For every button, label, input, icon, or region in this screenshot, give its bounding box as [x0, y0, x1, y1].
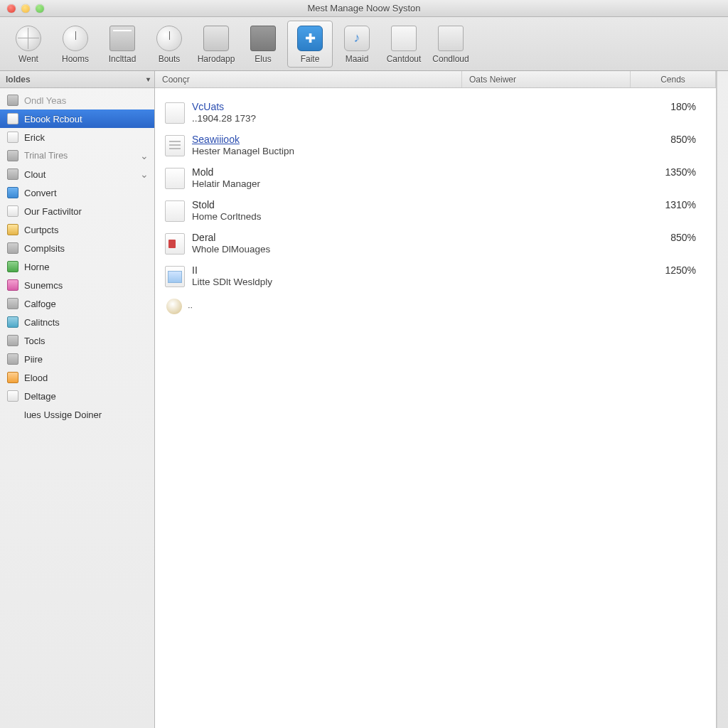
sidebar-item-icon — [7, 353, 18, 365]
cloud-icon — [437, 24, 465, 53]
sidebar-item[interactable]: Calitncts — [0, 313, 154, 331]
file-row[interactable]: IILitte SDlt Wesldply1250% — [165, 262, 716, 294]
toolbar-faite-button[interactable]: Faite — [287, 21, 333, 68]
sidebar-item[interactable]: Erick — [0, 128, 154, 146]
more-row[interactable]: ·· — [165, 294, 716, 314]
toolbar-cantdout-button[interactable]: Cantdout — [381, 21, 427, 67]
toolbar-went-button[interactable]: Went — [6, 21, 51, 67]
file-title: Seawiiiook — [192, 134, 638, 145]
sidebar-item[interactable]: Deltage — [0, 387, 154, 405]
folder-icon — [249, 24, 277, 53]
file-row[interactable]: DeralWhole DlMouages850% — [165, 229, 716, 262]
sidebar-item[interactable]: Trinal Tires⌄ — [0, 146, 154, 165]
sidebar-header[interactable]: loldes ▾ — [0, 71, 154, 88]
column-header-name[interactable]: Coonçr — [155, 71, 462, 87]
file-subtitle: Helatir Manager — [192, 178, 638, 189]
file-subtitle: Home Corltneds — [192, 211, 638, 222]
sidebar-item-label: Erick — [24, 132, 45, 143]
sidebar-item-icon — [7, 372, 18, 383]
toolbar-label: Faite — [301, 54, 320, 64]
sidebar-item-label: Curtpcts — [24, 225, 58, 235]
sidebar-header-label: loldes — [6, 75, 31, 85]
file-row[interactable]: StoldHome Corltneds1310% — [165, 196, 716, 229]
file-row[interactable]: VcUats..1904.28 173?180% — [165, 98, 716, 131]
file-row[interactable]: MoldHelatir Manager1350% — [165, 164, 716, 196]
sidebar-item-icon — [7, 205, 18, 217]
sidebar-item[interactable]: Clout⌄ — [0, 165, 154, 183]
disk-icon — [166, 299, 182, 314]
sidebar-item[interactable]: Sunemcs — [0, 276, 154, 294]
sidebar-item[interactable]: Ondl Yeas — [0, 91, 154, 109]
sidebar-item[interactable]: Calfoge — [0, 294, 154, 313]
sidebar-item-icon — [7, 150, 18, 161]
file-title: Mold — [192, 166, 638, 178]
toolbar-hooms-button[interactable]: Hooms — [53, 21, 98, 67]
file-subtitle: ..1904.28 173? — [192, 113, 638, 124]
sidebar-item[interactable]: Ebook Rcbout — [0, 109, 154, 128]
sidebar-item-icon — [7, 113, 18, 124]
sidebar-item-icon — [7, 261, 18, 272]
toolbar-label: Went — [18, 54, 38, 64]
column-headers: Coonçr Oats Neiwer Cends — [155, 71, 716, 88]
file-icon — [165, 200, 185, 222]
sidebar-item-icon — [7, 335, 18, 346]
toolbar-label: Maaid — [346, 54, 369, 64]
sidebar-item[interactable]: Convert — [0, 183, 154, 202]
sidebar-item-label: Sunemcs — [24, 280, 63, 291]
toolbar-condloud-button[interactable]: Condloud — [428, 21, 473, 67]
scrollbar[interactable] — [717, 71, 728, 728]
toolbar-maaid-button[interactable]: Maaid — [334, 21, 380, 67]
sidebar-item[interactable]: Elood — [0, 368, 154, 387]
file-percent: 1250% — [638, 264, 716, 276]
toolbar-label: Harodapp — [198, 54, 235, 64]
file-icon — [165, 102, 185, 124]
page-icon — [390, 24, 418, 53]
sidebar-item[interactable]: Horne — [0, 257, 154, 276]
music-icon — [343, 24, 371, 53]
clock-icon — [61, 24, 90, 53]
sidebar-item[interactable]: Complsits — [0, 239, 154, 257]
sidebar-item[interactable]: Curtpcts — [0, 220, 154, 239]
toolbar-label: Condloud — [432, 54, 469, 64]
sidebar-item-label: Horne — [24, 262, 49, 272]
zoom-window-button[interactable] — [36, 4, 44, 13]
column-header-end[interactable]: Cends — [631, 71, 716, 87]
toolbar-label: Bouts — [159, 54, 181, 64]
sidebar-item-icon — [7, 187, 18, 198]
globe-icon — [14, 24, 43, 53]
toolbar-elus-button[interactable]: Elus — [240, 21, 286, 67]
file-percent: 850% — [638, 134, 716, 145]
file-subtitle: Litte SDlt Wesldply — [192, 277, 638, 287]
sidebar-item-label: Ondl Yeas — [24, 95, 66, 106]
sidebar-item-icon — [7, 298, 18, 309]
sidebar-item-icon — [7, 242, 18, 254]
sidebar-item[interactable]: Piire — [0, 350, 154, 368]
chevron-down-icon: ⌄ — [140, 168, 149, 180]
file-subtitle: Whole DlMouages — [192, 244, 638, 255]
traffic-lights — [0, 4, 44, 13]
sidebar-item[interactable]: Our Factiviltor — [0, 202, 154, 220]
close-window-button[interactable] — [7, 4, 16, 13]
sidebar-item-label: Complsits — [24, 243, 65, 254]
file-icon — [165, 168, 185, 189]
file-list: VcUats..1904.28 173?180%SeawiiiookHester… — [155, 88, 716, 320]
sidebar-item[interactable]: lues Ussige Doiner — [0, 405, 154, 424]
sidebar: loldes ▾ Ondl YeasEbook RcboutErickTrina… — [0, 71, 155, 728]
sidebar-item-label: Convert — [24, 188, 57, 198]
sidebar-item-label: Calitncts — [24, 317, 60, 328]
toolbar-inclttad-button[interactable]: Inclttad — [100, 21, 145, 67]
chevron-down-icon: ▾ — [146, 75, 150, 83]
file-percent: 1310% — [638, 199, 716, 210]
toolbar-bouts-button[interactable]: Bouts — [146, 21, 192, 67]
toolbar-harodapp-button[interactable]: Harodapp — [193, 21, 239, 67]
file-subtitle: Hester Managel Buctipn — [192, 146, 638, 156]
sidebar-item-label: Calfoge — [24, 299, 56, 309]
toolbar-label: Inclttad — [109, 54, 136, 64]
minimize-window-button[interactable] — [21, 4, 30, 13]
column-header-mid[interactable]: Oats Neiwer — [462, 71, 631, 87]
toolbar-label: Cantdout — [387, 54, 422, 64]
sidebar-item[interactable]: Tocls — [0, 331, 154, 350]
titlebar: Mest Manage Noow Syston — [0, 0, 728, 17]
file-row[interactable]: SeawiiiookHester Managel Buctipn850% — [165, 131, 716, 164]
sidebar-list: Ondl YeasEbook RcboutErickTrinal Tires⌄C… — [0, 88, 154, 427]
